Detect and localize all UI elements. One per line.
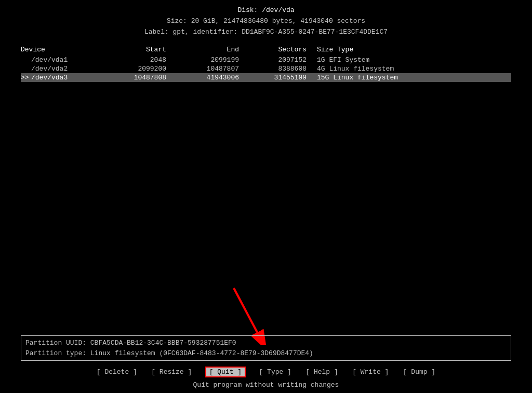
partition-uuid-line: Partition UUID: CBFA5CDA-BB12-3C4C-BBB7-…: [25, 338, 507, 348]
status-bar: Quit program without writing changes: [0, 379, 532, 393]
header-start: Start: [104, 46, 177, 53]
row2-end: 10487807: [177, 65, 249, 73]
row3-indicator: >>: [21, 74, 31, 82]
row2-start: 2099200: [104, 65, 177, 73]
row2-device: /dev/vda2: [21, 65, 104, 73]
row1-size-type: 1G EFI System: [317, 56, 511, 64]
row3-end: 41943006: [177, 74, 249, 82]
row1-indicator: [21, 56, 31, 64]
main-content: Disk: /dev/vda Size: 20 GiB, 21474836480…: [0, 0, 532, 82]
disk-size-line: Size: 20 GiB, 21474836480 bytes, 4194304…: [0, 16, 532, 27]
bottom-panel: Partition UUID: CBFA5CDA-BB12-3C4C-BBB7-…: [0, 335, 532, 393]
menu-help[interactable]: [ Help ]: [304, 368, 339, 376]
menu-delete[interactable]: [ Delete ]: [96, 368, 138, 376]
svg-line-1: [234, 288, 257, 332]
table-row-selected[interactable]: >> /dev/vda3 10487808 41943006 31455199 …: [21, 73, 511, 82]
partition-info-box: Partition UUID: CBFA5CDA-BB12-3C4C-BBB7-…: [21, 335, 511, 361]
table-row[interactable]: /dev/vda1 2048 2099199 2097152 1G EFI Sy…: [21, 56, 511, 64]
menu-bar: [ Delete ] [ Resize ] [ Quit ] [ Type ] …: [0, 365, 532, 379]
row2-size-type: 4G Linux filesystem: [317, 65, 511, 73]
status-text: Quit program without writing changes: [193, 381, 339, 389]
table-header: Device Start End Sectors Size Type: [21, 46, 511, 53]
partition-type-line: Partition type: Linux filesystem (0FC63D…: [25, 348, 507, 359]
partition-table: Device Start End Sectors Size Type /dev/…: [0, 46, 532, 82]
menu-type[interactable]: [ Type ]: [258, 368, 292, 376]
row3-start: 10487808: [104, 74, 177, 82]
row3-size-type: 15G Linux filesystem: [317, 74, 511, 82]
disk-title: Disk: /dev/vda: [0, 5, 532, 16]
header-end: End: [177, 46, 249, 53]
row3-sectors: 31455199: [249, 74, 317, 82]
row2-indicator: [21, 65, 31, 73]
menu-write[interactable]: [ Write ]: [351, 368, 390, 376]
row1-start: 2048: [104, 56, 177, 64]
menu-resize[interactable]: [ Resize ]: [150, 368, 193, 376]
row1-end: 2099199: [177, 56, 249, 64]
header-device: Device: [21, 46, 104, 53]
row1-device: /dev/vda1: [21, 56, 104, 64]
row3-device: >> /dev/vda3: [21, 74, 104, 82]
header-size-type: Size Type: [317, 46, 511, 53]
disk-label-line: Label: gpt, identifier: DD1ABF9C-A355-02…: [0, 27, 532, 38]
menu-quit[interactable]: [ Quit ]: [205, 367, 246, 377]
row1-sectors: 2097152: [249, 56, 317, 64]
header-sectors: Sectors: [249, 46, 317, 53]
menu-dump[interactable]: [ Dump ]: [402, 368, 436, 376]
row2-sectors: 8388608: [249, 65, 317, 73]
table-row[interactable]: /dev/vda2 2099200 10487807 8388608 4G Li…: [21, 64, 511, 73]
disk-header: Disk: /dev/vda Size: 20 GiB, 21474836480…: [0, 5, 532, 37]
